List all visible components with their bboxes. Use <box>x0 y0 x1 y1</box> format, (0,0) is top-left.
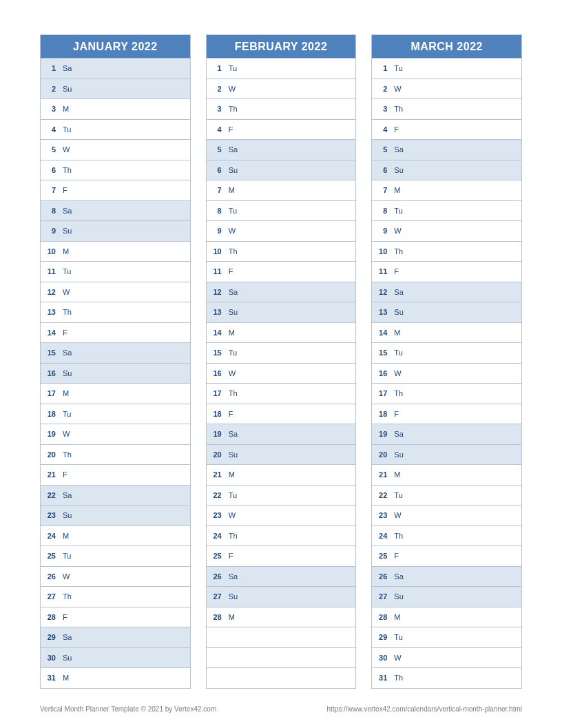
day-number: 23 <box>372 511 390 519</box>
day-of-week: Su <box>225 166 238 174</box>
month-header: MARCH 2022 <box>372 35 521 58</box>
day-number: 23 <box>41 511 59 519</box>
day-number: 9 <box>41 227 59 235</box>
day-number: 11 <box>372 267 390 275</box>
day-row: 10M <box>41 241 190 262</box>
day-of-week: Sa <box>59 64 72 72</box>
day-row: 25F <box>207 545 356 566</box>
day-row: 3Th <box>372 98 521 119</box>
day-of-week: Su <box>59 511 72 519</box>
day-of-week: M <box>390 470 400 479</box>
day-number: 11 <box>207 267 225 275</box>
day-of-week: F <box>59 470 67 479</box>
day-of-week: M <box>390 329 400 337</box>
day-of-week: Tu <box>225 349 237 357</box>
day-of-week: Th <box>225 105 238 113</box>
day-row: 16Su <box>41 363 190 384</box>
day-row: 22Sa <box>41 485 190 506</box>
day-row: 1Sa <box>41 58 190 79</box>
day-row: 24Th <box>372 526 521 546</box>
footer: Vertical Month Planner Template © 2021 b… <box>40 705 522 713</box>
day-row: 30W <box>372 647 521 668</box>
day-row: 5Sa <box>372 139 521 160</box>
day-row: 19Sa <box>372 424 521 444</box>
day-row: 4F <box>207 119 356 140</box>
day-row: 27Su <box>207 586 356 607</box>
footer-copyright: Vertical Month Planner Template © 2021 b… <box>40 705 216 713</box>
day-of-week: M <box>59 389 69 397</box>
day-row: 28M <box>372 607 521 627</box>
day-of-week: Th <box>390 532 403 540</box>
day-row: 17Th <box>207 383 356 404</box>
day-of-week: F <box>390 552 399 560</box>
day-number: 16 <box>372 369 390 377</box>
day-row: 17M <box>41 383 190 404</box>
day-of-week: W <box>59 288 70 296</box>
day-number: 6 <box>41 166 59 174</box>
day-of-week: Tu <box>59 410 71 418</box>
day-row: 9W <box>207 220 356 241</box>
day-of-week: F <box>225 125 233 134</box>
day-row: 8Tu <box>207 200 356 221</box>
day-row: 11F <box>372 261 521 282</box>
day-number: 2 <box>372 85 390 93</box>
day-number: 3 <box>41 105 59 113</box>
day-number: 13 <box>41 308 59 316</box>
day-row: 20Su <box>372 444 521 465</box>
day-row: 15Sa <box>41 342 190 363</box>
day-row: 18F <box>207 404 356 424</box>
day-number: 28 <box>207 613 225 621</box>
day-number: 5 <box>41 145 59 154</box>
day-number: 15 <box>372 349 390 357</box>
day-row: 13Th <box>41 302 190 322</box>
day-row: 9W <box>372 220 521 241</box>
day-number: 26 <box>372 572 390 581</box>
day-number: 31 <box>372 674 390 682</box>
day-row: 1Tu <box>372 58 521 79</box>
day-number: 24 <box>41 532 59 540</box>
day-of-week: Sa <box>225 288 238 296</box>
day-row: 7F <box>41 180 190 200</box>
day-of-week: M <box>390 186 400 194</box>
day-row: 17Th <box>372 383 521 404</box>
day-number: 17 <box>41 389 59 397</box>
day-of-week: Su <box>390 592 403 601</box>
day-number: 3 <box>372 105 390 113</box>
day-number: 22 <box>207 491 225 499</box>
day-row: 12Sa <box>372 282 521 302</box>
day-of-week: Sa <box>59 207 72 215</box>
day-of-week: Sa <box>59 633 72 641</box>
day-of-week: Th <box>225 247 238 256</box>
day-of-week: Su <box>390 308 403 316</box>
day-number: 27 <box>41 592 59 601</box>
day-row: 12W <box>41 282 190 302</box>
day-number: 1 <box>41 64 59 72</box>
day-number: 4 <box>41 125 59 134</box>
day-of-week: Th <box>225 532 238 540</box>
day-number: 29 <box>372 633 390 641</box>
day-of-week: Tu <box>390 349 402 357</box>
day-row: 18F <box>372 404 521 424</box>
day-number: 9 <box>372 227 390 235</box>
month-column: JANUARY 20221Sa2Su3M4Tu5W6Th7F8Sa9Su10M1… <box>40 34 191 689</box>
day-of-week: M <box>59 674 69 682</box>
day-number: 4 <box>372 125 390 134</box>
day-of-week: Th <box>390 247 403 256</box>
day-number: 25 <box>207 552 225 560</box>
day-number: 7 <box>207 186 225 194</box>
day-of-week: Tu <box>390 64 402 72</box>
day-of-week: F <box>59 186 67 194</box>
day-number: 22 <box>41 491 59 499</box>
day-number: 25 <box>372 552 390 560</box>
day-number: 6 <box>207 166 225 174</box>
day-of-week: W <box>390 85 401 93</box>
day-number: 1 <box>372 64 390 72</box>
day-row: 21F <box>41 464 190 485</box>
day-number: 12 <box>207 288 225 296</box>
day-row: 22Tu <box>372 485 521 506</box>
day-row: 3M <box>41 98 190 119</box>
day-of-week: M <box>225 186 235 194</box>
day-row: 18Tu <box>41 404 190 424</box>
day-of-week: Sa <box>59 349 72 357</box>
day-row: 15Tu <box>207 342 356 363</box>
